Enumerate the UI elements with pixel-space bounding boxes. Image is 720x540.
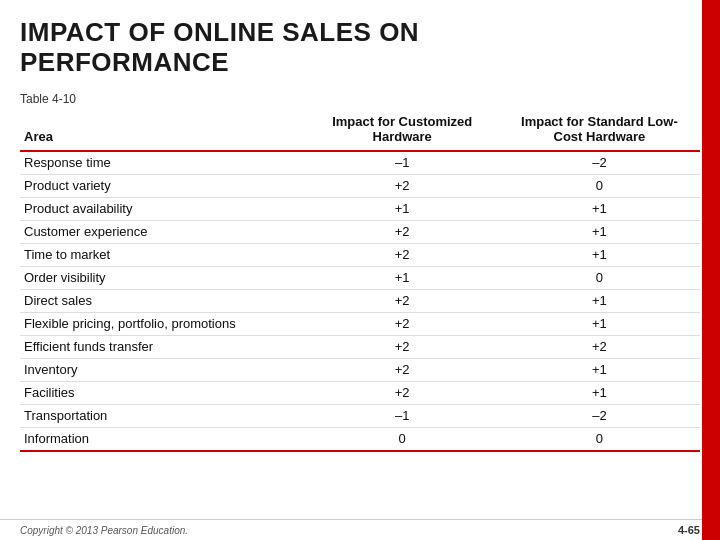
cell-standard: +1 <box>503 358 700 381</box>
table-header-row: Area Impact for Customized Hardware Impa… <box>20 110 700 151</box>
cell-customized: +2 <box>306 174 503 197</box>
cell-area: Order visibility <box>20 266 306 289</box>
cell-customized: +2 <box>306 243 503 266</box>
page-number: 4-65 <box>678 524 700 536</box>
table-row: Product availability+1+1 <box>20 197 700 220</box>
table-row: Product variety+20 <box>20 174 700 197</box>
cell-standard: +1 <box>503 381 700 404</box>
cell-customized: 0 <box>306 427 503 451</box>
cell-customized: +2 <box>306 358 503 381</box>
cell-standard: +1 <box>503 197 700 220</box>
cell-customized: +1 <box>306 197 503 220</box>
header: IMPACT OF ONLINE SALES ON PERFORMANCE <box>0 0 720 88</box>
cell-area: Facilities <box>20 381 306 404</box>
table-row: Efficient funds transfer+2+2 <box>20 335 700 358</box>
cell-standard: +1 <box>503 289 700 312</box>
page-title: IMPACT OF ONLINE SALES ON PERFORMANCE <box>20 18 700 78</box>
table-label: Table 4-10 <box>20 92 700 106</box>
cell-area: Transportation <box>20 404 306 427</box>
page: IMPACT OF ONLINE SALES ON PERFORMANCE Ta… <box>0 0 720 540</box>
cell-customized: +2 <box>306 381 503 404</box>
red-sidebar-decoration <box>702 0 720 540</box>
cell-standard: +2 <box>503 335 700 358</box>
title-line1: IMPACT OF ONLINE SALES ON <box>20 17 419 47</box>
cell-area: Time to market <box>20 243 306 266</box>
cell-area: Information <box>20 427 306 451</box>
cell-standard: +1 <box>503 220 700 243</box>
cell-customized: +1 <box>306 266 503 289</box>
copyright-text: Copyright © 2013 Pearson Education. <box>20 525 188 536</box>
cell-standard: +1 <box>503 243 700 266</box>
table-row: Order visibility+10 <box>20 266 700 289</box>
cell-standard: –2 <box>503 404 700 427</box>
cell-area: Direct sales <box>20 289 306 312</box>
cell-customized: –1 <box>306 151 503 175</box>
cell-customized: +2 <box>306 220 503 243</box>
cell-area: Response time <box>20 151 306 175</box>
table-row: Inventory+2+1 <box>20 358 700 381</box>
cell-standard: 0 <box>503 427 700 451</box>
cell-customized: +2 <box>306 335 503 358</box>
cell-standard: –2 <box>503 151 700 175</box>
table-row: Information00 <box>20 427 700 451</box>
col-header-customized: Impact for Customized Hardware <box>306 110 503 151</box>
content-area: Table 4-10 Area Impact for Customized Ha… <box>0 88 720 519</box>
cell-standard: +1 <box>503 312 700 335</box>
cell-standard: 0 <box>503 174 700 197</box>
table-row: Transportation–1–2 <box>20 404 700 427</box>
cell-customized: +2 <box>306 312 503 335</box>
cell-area: Product availability <box>20 197 306 220</box>
table-row: Flexible pricing, portfolio, promotions+… <box>20 312 700 335</box>
cell-customized: +2 <box>306 289 503 312</box>
cell-area: Product variety <box>20 174 306 197</box>
table-row: Customer experience+2+1 <box>20 220 700 243</box>
title-line2: PERFORMANCE <box>20 47 229 77</box>
cell-area: Customer experience <box>20 220 306 243</box>
table-row: Facilities+2+1 <box>20 381 700 404</box>
col-header-standard: Impact for Standard Low-Cost Hardware <box>503 110 700 151</box>
table-row: Time to market+2+1 <box>20 243 700 266</box>
impact-table: Area Impact for Customized Hardware Impa… <box>20 110 700 452</box>
table-row: Direct sales+2+1 <box>20 289 700 312</box>
cell-area: Efficient funds transfer <box>20 335 306 358</box>
col-header-area: Area <box>20 110 306 151</box>
table-row: Response time–1–2 <box>20 151 700 175</box>
cell-customized: –1 <box>306 404 503 427</box>
cell-standard: 0 <box>503 266 700 289</box>
footer: Copyright © 2013 Pearson Education. 4-65 <box>0 519 720 540</box>
cell-area: Flexible pricing, portfolio, promotions <box>20 312 306 335</box>
cell-area: Inventory <box>20 358 306 381</box>
